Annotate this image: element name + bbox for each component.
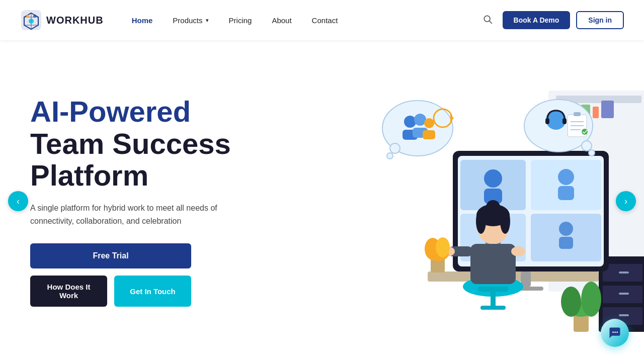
- search-button[interactable]: [478, 10, 497, 31]
- svg-rect-21: [619, 272, 629, 274]
- nav-actions: Book A Demo Sign in: [478, 10, 624, 31]
- hero-illustration-svg: [262, 40, 644, 362]
- svg-point-53: [486, 200, 500, 214]
- nav-products[interactable]: Products ▾: [165, 12, 216, 29]
- svg-point-39: [558, 169, 574, 185]
- svg-point-100: [614, 331, 616, 333]
- hero-heading-rest: Team Success Platform: [30, 127, 231, 192]
- svg-point-70: [424, 118, 434, 128]
- svg-point-43: [559, 222, 573, 236]
- svg-rect-48: [480, 306, 506, 310]
- svg-point-58: [511, 246, 525, 256]
- how-it-works-button[interactable]: How Does It Work: [30, 276, 107, 307]
- navbar: WORKHUB Home Products ▾ Pricing About Co…: [0, 0, 644, 40]
- svg-rect-44: [559, 237, 573, 249]
- carousel-next-button[interactable]: ›: [616, 191, 636, 211]
- svg-point-66: [404, 116, 416, 128]
- svg-rect-71: [423, 130, 435, 139]
- chevron-down-icon: ▾: [206, 17, 209, 24]
- svg-point-26: [561, 287, 581, 317]
- hero-subtitle: A single platform for hybrid work to mee…: [30, 202, 242, 227]
- get-in-touch-button[interactable]: Get In Touch: [114, 276, 191, 307]
- svg-rect-22: [619, 293, 629, 295]
- svg-point-62: [436, 237, 450, 257]
- signin-button[interactable]: Sign in: [576, 11, 624, 29]
- logo[interactable]: WORKHUB: [20, 9, 104, 31]
- logo-icon: [20, 9, 42, 31]
- svg-point-27: [581, 282, 601, 317]
- svg-line-9: [489, 21, 492, 23]
- svg-point-5: [29, 19, 34, 24]
- hero-section: ‹ AI-Powered Team Success Platform A sin…: [0, 40, 644, 362]
- svg-point-37: [484, 169, 502, 188]
- svg-point-64: [390, 143, 400, 153]
- nav-links: Home Products ▾ Pricing About Contact: [124, 12, 478, 29]
- svg-point-7: [33, 15, 36, 18]
- svg-point-76: [589, 150, 595, 156]
- hero-heading: AI-Powered Team Success Platform: [30, 96, 242, 192]
- svg-point-51: [476, 209, 486, 234]
- brand-name: WORKHUB: [46, 15, 104, 26]
- svg-point-99: [612, 331, 614, 333]
- svg-rect-79: [562, 118, 567, 124]
- svg-rect-78: [545, 118, 549, 124]
- nav-pricing[interactable]: Pricing: [221, 12, 260, 29]
- svg-point-85: [582, 129, 588, 135]
- svg-point-65: [387, 153, 393, 159]
- hero-buttons: Free Trial How Does It Work Get In Touch: [30, 243, 191, 307]
- book-demo-button[interactable]: Book A Demo: [503, 11, 571, 29]
- svg-rect-81: [574, 112, 581, 116]
- hero-btn-row: How Does It Work Get In Touch: [30, 276, 191, 307]
- svg-rect-15: [593, 107, 599, 118]
- svg-point-6: [26, 15, 29, 18]
- nav-home[interactable]: Home: [124, 12, 161, 29]
- nav-about[interactable]: About: [264, 12, 299, 29]
- svg-point-75: [582, 141, 592, 151]
- carousel-prev-button[interactable]: ‹: [8, 191, 28, 211]
- hero-illustration: [262, 40, 644, 362]
- svg-rect-47: [491, 291, 496, 306]
- nav-contact[interactable]: Contact: [304, 12, 346, 29]
- chat-bubble[interactable]: [601, 319, 629, 347]
- hero-heading-highlight: AI-Powered: [30, 95, 191, 128]
- svg-rect-23: [619, 314, 629, 316]
- svg-point-52: [500, 209, 510, 234]
- svg-rect-16: [601, 101, 614, 118]
- search-icon: [482, 14, 493, 24]
- hero-content: AI-Powered Team Success Platform A singl…: [0, 75, 262, 327]
- svg-rect-40: [558, 186, 574, 200]
- svg-point-101: [616, 331, 618, 333]
- chat-icon: [608, 326, 622, 340]
- free-trial-button[interactable]: Free Trial: [30, 243, 191, 268]
